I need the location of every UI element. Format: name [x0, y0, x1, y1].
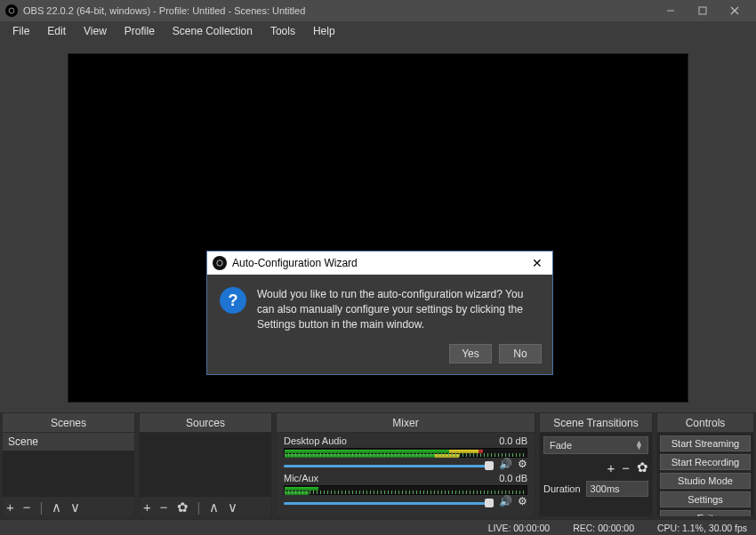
stepper-icon: ▲▼ [635, 441, 642, 450]
minimize-button[interactable] [655, 0, 687, 21]
bottom-panels: Scenes Scene + − | ∧ ∨ Sources + − ✿ | ∧ [0, 412, 756, 519]
mixer-channel-mic-aux: Mic/Aux 0.0 dB 🔊 ⚙ [277, 470, 535, 507]
studio-mode-button[interactable]: Studio Mode [660, 473, 751, 489]
source-down-button[interactable]: ∨ [228, 500, 237, 514]
menubar: File Edit View Profile Scene Collection … [0, 21, 756, 41]
auto-config-dialog: Auto-Configuration Wizard ✕ ? Would you … [206, 251, 553, 375]
volume-slider[interactable] [284, 499, 494, 507]
dialog-titlebar: Auto-Configuration Wizard ✕ [207, 252, 552, 275]
channel-db: 0.0 dB [499, 473, 527, 483]
dialog-yes-button[interactable]: Yes [449, 344, 492, 363]
scene-up-button[interactable]: ∧ [52, 500, 61, 514]
start-recording-button[interactable]: Start Recording [660, 454, 751, 470]
transition-select[interactable]: Fade ▲▼ [543, 436, 648, 454]
add-scene-button[interactable]: + [6, 500, 14, 514]
status-rec: REC: 00:00:00 [573, 523, 634, 533]
transition-settings-button[interactable]: ✿ [637, 459, 648, 475]
menu-profile[interactable]: Profile [116, 23, 164, 39]
gear-icon[interactable]: ⚙ [518, 495, 527, 507]
channel-name: Desktop Audio [284, 435, 347, 446]
menu-scene-collection[interactable]: Scene Collection [164, 23, 261, 39]
remove-scene-button[interactable]: − [23, 500, 31, 514]
add-source-button[interactable]: + [143, 500, 151, 514]
speaker-icon[interactable]: 🔊 [499, 458, 512, 470]
controls-title: Controls [657, 413, 753, 433]
close-button[interactable] [719, 0, 751, 21]
mixer-channel-desktop-audio: Desktop Audio 0.0 dB 🔊 ⚙ [277, 433, 535, 470]
scenes-panel: Scenes Scene + − | ∧ ∨ [2, 412, 135, 517]
transitions-title: Scene Transitions [540, 413, 652, 433]
scenes-toolbar: + − | ∧ ∨ [3, 497, 134, 516]
preview-area: Auto-Configuration Wizard ✕ ? Would you … [0, 41, 756, 412]
menu-help[interactable]: Help [304, 23, 344, 39]
sources-title: Sources [140, 413, 271, 433]
volume-slider[interactable] [284, 462, 494, 469]
scene-down-button[interactable]: ∨ [70, 500, 80, 514]
dialog-message: Would you like to run the auto-configura… [257, 287, 540, 331]
exit-button[interactable]: Exit [660, 510, 751, 516]
controls-panel: Controls Start Streaming Start Recording… [656, 412, 754, 517]
speaker-icon[interactable]: 🔊 [499, 495, 512, 507]
audio-meter [284, 485, 527, 495]
start-streaming-button[interactable]: Start Streaming [660, 435, 751, 451]
settings-button[interactable]: Settings [660, 491, 751, 507]
channel-name: Mic/Aux [284, 473, 318, 483]
menu-edit[interactable]: Edit [38, 23, 75, 39]
svg-point-6 [215, 259, 225, 268]
sources-panel: Sources + − ✿ | ∧ ∨ [139, 412, 272, 517]
status-bar: LIVE: 00:00:00 REC: 00:00:00 CPU: 1.1%, … [0, 519, 756, 535]
channel-db: 0.0 dB [499, 435, 527, 446]
gear-icon[interactable]: ⚙ [518, 458, 527, 470]
menu-tools[interactable]: Tools [261, 23, 304, 39]
dialog-no-button[interactable]: No [499, 344, 542, 363]
obs-logo-icon [5, 4, 18, 17]
scene-item[interactable]: Scene [3, 433, 134, 451]
obs-logo-icon [213, 256, 227, 270]
status-live: LIVE: 00:00:00 [488, 523, 550, 533]
obs-main-window: OBS 22.0.2 (64-bit, windows) - Profile: … [0, 0, 756, 535]
duration-input[interactable]: 300ms [586, 481, 648, 497]
transition-selected: Fade [550, 440, 572, 451]
mixer-title: Mixer [277, 413, 535, 433]
menu-file[interactable]: File [4, 23, 38, 39]
duration-label: Duration [543, 483, 581, 494]
remove-transition-button[interactable]: − [622, 460, 630, 475]
dialog-close-button[interactable]: ✕ [527, 256, 547, 270]
titlebar: OBS 22.0.2 (64-bit, windows) - Profile: … [0, 0, 756, 21]
add-transition-button[interactable]: + [607, 460, 615, 475]
maximize-button[interactable] [687, 0, 719, 21]
audio-meter [284, 448, 527, 458]
source-settings-button[interactable]: ✿ [177, 500, 189, 514]
question-icon: ? [220, 287, 246, 314]
svg-rect-3 [699, 7, 706, 14]
menu-view[interactable]: View [75, 23, 116, 39]
status-cpu: CPU: 1.1%, 30.00 fps [657, 523, 747, 533]
remove-source-button[interactable]: − [160, 500, 168, 514]
scenes-title: Scenes [3, 413, 134, 433]
window-title: OBS 22.0.2 (64-bit, windows) - Profile: … [23, 5, 305, 16]
source-up-button[interactable]: ∧ [209, 500, 219, 514]
transitions-panel: Scene Transitions Fade ▲▼ + − ✿ Duration… [539, 412, 653, 517]
mixer-panel: Mixer Desktop Audio 0.0 dB [276, 412, 535, 517]
dialog-title: Auto-Configuration Wizard [232, 257, 358, 269]
sources-toolbar: + − ✿ | ∧ ∨ [140, 497, 271, 516]
